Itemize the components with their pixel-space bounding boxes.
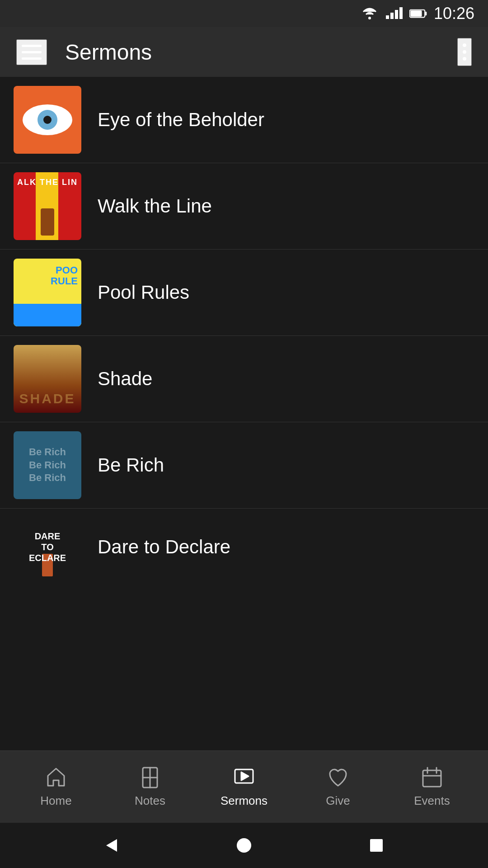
svg-marker-12 xyxy=(241,772,249,780)
sermon-thumbnail: ALK THE LIN xyxy=(14,172,81,240)
svg-rect-2 xyxy=(390,13,394,19)
eye-pupil xyxy=(38,110,57,130)
walk-text: ALK THE LIN xyxy=(14,178,81,187)
sermon-title: Pool Rules xyxy=(98,282,189,303)
svg-rect-7 xyxy=(410,10,422,16)
pool-water xyxy=(14,304,81,326)
pool-text: POORULE xyxy=(51,265,78,287)
sermon-title: Eye of the Beholder xyxy=(98,109,264,131)
signal-icon xyxy=(385,7,403,20)
sermon-thumbnail: Be RichBe RichBe Rich xyxy=(14,431,81,499)
events-icon xyxy=(420,766,444,789)
more-options-button[interactable] xyxy=(457,38,472,66)
status-icons: 10:26 xyxy=(361,4,474,23)
wifi-icon xyxy=(361,7,379,20)
nav-sermons[interactable]: Sermons xyxy=(197,761,291,812)
menu-button[interactable] xyxy=(16,39,47,65)
more-dot-1 xyxy=(463,43,466,47)
nav-home[interactable]: Home xyxy=(9,761,103,812)
home-button[interactable] xyxy=(233,834,255,857)
sermon-thumbnail: POORULE xyxy=(14,259,81,326)
nav-give[interactable]: Give xyxy=(291,761,385,812)
svg-rect-1 xyxy=(386,15,389,19)
svg-point-18 xyxy=(237,838,251,853)
sermon-item[interactable]: Eye of the Beholder xyxy=(0,77,488,163)
status-bar: 10:26 xyxy=(0,0,488,27)
status-time: 10:26 xyxy=(434,4,474,23)
hamburger-line-1 xyxy=(22,45,42,47)
walk-figure xyxy=(41,208,54,236)
hamburger-line-2 xyxy=(22,51,42,53)
sermon-item[interactable]: ALK THE LIN Walk the Line xyxy=(0,163,488,250)
sermon-item[interactable]: DARETOECLARE Dare to Declare xyxy=(0,509,488,585)
sermon-title: Walk the Line xyxy=(98,195,212,217)
battery-icon xyxy=(409,7,427,20)
notes-label: Notes xyxy=(135,794,165,808)
app-bar: Sermons xyxy=(0,27,488,77)
more-dot-2 xyxy=(463,50,466,54)
svg-marker-17 xyxy=(106,839,117,852)
back-button[interactable] xyxy=(100,834,123,857)
hamburger-line-3 xyxy=(22,57,42,60)
sermon-thumbnail: SHADE xyxy=(14,345,81,413)
sermon-thumbnail: DARETOECLARE xyxy=(14,513,81,581)
give-icon xyxy=(326,766,350,789)
dare-text: DARETOECLARE xyxy=(29,531,66,563)
recents-button[interactable] xyxy=(365,834,388,857)
sermons-label: Sermons xyxy=(221,794,267,808)
svg-rect-19 xyxy=(370,839,383,852)
nav-notes[interactable]: Notes xyxy=(103,761,197,812)
nav-events[interactable]: Events xyxy=(385,761,479,812)
svg-rect-6 xyxy=(425,12,427,15)
shade-text: SHADE xyxy=(19,391,75,406)
sermon-list: Eye of the Beholder ALK THE LIN Walk the… xyxy=(0,77,488,750)
page-title: Sermons xyxy=(65,40,439,65)
sermons-icon xyxy=(232,766,256,789)
more-dot-3 xyxy=(463,57,466,61)
svg-rect-4 xyxy=(399,7,403,19)
sermon-item[interactable]: SHADE Shade xyxy=(0,336,488,422)
svg-point-0 xyxy=(368,17,371,19)
sermon-title: Shade xyxy=(98,368,152,390)
sermon-item[interactable]: POORULE Pool Rules xyxy=(0,250,488,336)
sermon-thumbnail xyxy=(14,86,81,154)
give-label: Give xyxy=(326,794,350,808)
svg-rect-13 xyxy=(423,770,441,787)
be-rich-text: Be RichBe RichBe Rich xyxy=(29,446,66,485)
home-label: Home xyxy=(40,794,71,808)
system-navigation-bar xyxy=(0,823,488,868)
sermon-item[interactable]: Be RichBe RichBe Rich Be Rich xyxy=(0,422,488,509)
sermon-title: Be Rich xyxy=(98,454,164,476)
sermon-title: Dare to Declare xyxy=(98,536,230,558)
notes-icon xyxy=(138,766,162,789)
events-label: Events xyxy=(414,794,450,808)
home-icon xyxy=(44,766,68,789)
bottom-navigation: Home Notes Sermons Give xyxy=(0,750,488,823)
eye-artwork xyxy=(23,104,72,135)
svg-rect-3 xyxy=(395,10,398,19)
